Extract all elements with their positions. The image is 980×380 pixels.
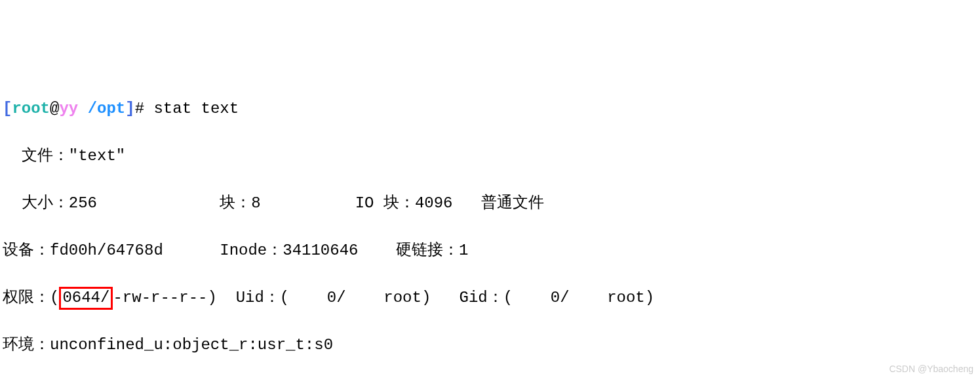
prompt-hash: # <box>135 100 154 117</box>
prompt-user: root <box>12 100 50 117</box>
output-perm: 权限：(0644/-rw-r--r--) Uid：( 0/ root) Gid：… <box>3 286 977 310</box>
command-1[interactable]: stat text <box>153 100 239 117</box>
bracket-close: ] <box>125 100 134 117</box>
output-file: 文件："text" <box>3 144 977 168</box>
prompt-at: @ <box>50 100 59 117</box>
output-size: 大小：256 块：8 IO 块：4096 普通文件 <box>3 192 977 215</box>
output-device: 设备：fd00h/64768d Inode：34110646 硬链接：1 <box>3 239 977 263</box>
prompt-host: yy <box>59 100 78 117</box>
perm-prefix: 权限：( <box>3 289 59 306</box>
prompt-path: /opt <box>88 100 126 117</box>
watermark: CSDN @Ybaocheng <box>889 362 973 376</box>
prompt-line-1: [root@yy /opt]# stat text <box>3 97 977 121</box>
output-context: 环境：unconfined_u:object_r:usr_t:s0 <box>3 333 977 357</box>
bracket-open: [ <box>3 100 12 117</box>
perm-suffix: -rw-r--r--) Uid：( 0/ root) Gid：( 0/ root… <box>113 289 654 306</box>
perm-highlight-box: 0644/ <box>59 287 113 310</box>
